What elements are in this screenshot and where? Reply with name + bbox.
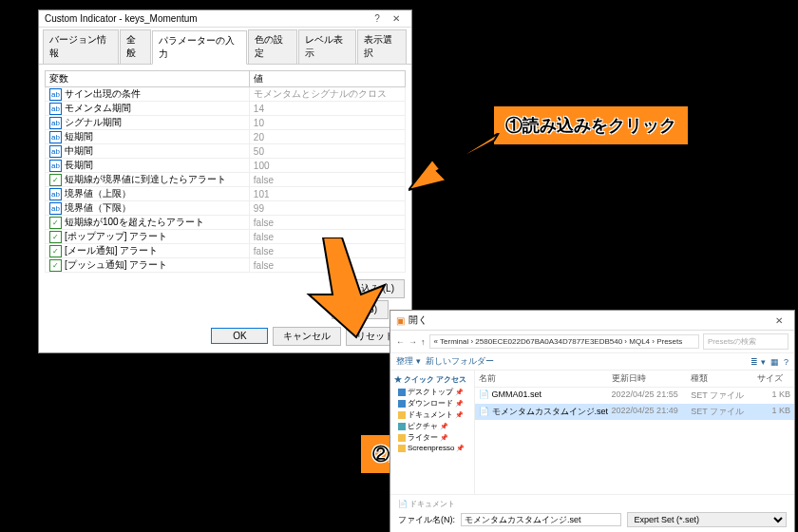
table-row[interactable]: ✓短期線が境界値に到達したらアラートfalse [46, 173, 406, 187]
type-icon: ab [49, 103, 62, 115]
filter-select[interactable]: Expert Set (*.set) [627, 512, 788, 527]
folder-icon: ▣ [396, 315, 405, 326]
nav-fwd-icon[interactable]: → [408, 337, 417, 347]
table-row[interactable]: abシグナル期間10 [46, 116, 406, 130]
filename-label: ファイル名(N): [398, 514, 455, 526]
arrow-down-icon [294, 238, 390, 342]
quick-access-header: ★ クイック アクセス [394, 374, 470, 385]
type-icon: ✓ [49, 259, 62, 272]
tab-general[interactable]: 全般 [120, 29, 151, 64]
col-value: 値 [249, 71, 405, 87]
file-open-dialog: ▣ 開く ✕ ← → ↑ « Terminal › 2580ECE022D67B… [390, 310, 795, 532]
type-icon: ab [49, 188, 62, 200]
sidebar-item[interactable]: ダウンロード 📌 [398, 398, 470, 408]
folder-icon [398, 411, 406, 419]
table-row[interactable]: ab境界値（上限）101 [46, 187, 406, 201]
type-icon: ab [49, 160, 62, 172]
svg-marker-1 [309, 238, 385, 337]
search-input[interactable]: Presetsの検索 [703, 333, 788, 350]
file-row[interactable]: 📄 モメンタムカスタムインジ.set2022/04/25 21:49SET ファ… [475, 404, 794, 420]
new-folder-button[interactable]: 新しいフォルダー [426, 355, 494, 368]
table-row[interactable]: abモメンタム期間14 [46, 102, 406, 116]
tab-parameters[interactable]: パラメーターの入力 [152, 30, 246, 65]
filename-input[interactable] [461, 513, 621, 526]
tab-levels[interactable]: レベル表示 [298, 29, 356, 64]
type-icon: ab [49, 131, 62, 143]
folder-icon [398, 434, 406, 442]
table-row[interactable]: ab境界値（下限）99 [46, 201, 406, 216]
type-icon: ab [49, 117, 62, 129]
folder-icon [398, 389, 406, 396]
folder-label: ドキュメント [409, 500, 455, 508]
help-button[interactable]: ? [368, 13, 387, 24]
type-icon: ✓ [49, 174, 62, 186]
table-row[interactable]: ab短期間20 [46, 130, 406, 144]
table-row[interactable]: ab中期間50 [46, 144, 406, 159]
folder-icon [398, 423, 406, 430]
sidebar-item[interactable]: デスクトップ 📌 [398, 387, 470, 397]
tab-version[interactable]: バージョン情報 [43, 29, 119, 64]
table-row[interactable]: ✓短期線が100を超えたらアラートfalse [46, 216, 406, 230]
type-icon: ab [49, 88, 62, 101]
file-list-header: 名前更新日時種類サイズ [475, 370, 794, 388]
folder-icon [398, 400, 406, 408]
sidebar-item[interactable]: ライター 📌 [398, 432, 470, 443]
type-icon: ab [49, 202, 62, 215]
type-icon: ✓ [49, 245, 62, 257]
col-variable: 変数 [46, 71, 250, 87]
table-row[interactable]: abサイン出現の条件モメンタムとシグナルのクロス [46, 87, 406, 102]
callout-1: ①読み込みをクリック [494, 106, 688, 144]
table-row[interactable]: ab長期間100 [46, 159, 406, 173]
tab-bar: バージョン情報 全般 パラメーターの入力 色の設定 レベル表示 表示選択 [39, 28, 411, 65]
sidebar-item[interactable]: ピクチャ 📌 [398, 421, 470, 431]
organize-menu[interactable]: 整理 ▾ [396, 355, 421, 368]
type-icon: ✓ [49, 231, 62, 243]
file-list: 名前更新日時種類サイズ 📄 GMMA01.set2022/04/25 21:55… [475, 370, 794, 494]
view-options-icon[interactable]: ≣ ▾ ▦ ? [750, 357, 788, 367]
sidebar: ★ クイック アクセス デスクトップ 📌ダウンロード 📌ドキュメント 📌ピクチャ… [390, 370, 475, 494]
titlebar: Custom Indicator - keys_Momentum ? ✕ [39, 10, 411, 28]
close-button[interactable]: ✕ [770, 315, 788, 326]
close-button[interactable]: ✕ [387, 13, 406, 24]
sidebar-item[interactable]: ドキュメント 📌 [398, 409, 470, 420]
tab-colors[interactable]: 色の設定 [248, 29, 297, 64]
svg-marker-0 [408, 133, 499, 190]
tab-display[interactable]: 表示選択 [357, 29, 407, 64]
window-title: 開く [408, 314, 770, 327]
folder-icon [398, 445, 406, 452]
type-icon: ab [49, 145, 62, 158]
arrow-icon [408, 133, 504, 200]
file-row[interactable]: 📄 GMMA01.set2022/04/25 21:55SET ファイル1 KB [475, 388, 794, 404]
breadcrumb[interactable]: « Terminal › 2580ECE022D67BA0A34D7877E3E… [429, 334, 700, 349]
titlebar: ▣ 開く ✕ [390, 311, 794, 331]
type-icon: ✓ [49, 217, 62, 229]
nav-up-icon[interactable]: ↑ [421, 337, 426, 347]
window-title: Custom Indicator - keys_Momentum [45, 13, 368, 24]
ok-button[interactable]: OK [211, 328, 268, 344]
sidebar-item[interactable]: Screenpresso 📌 [398, 444, 470, 452]
nav-back-icon[interactable]: ← [396, 337, 405, 347]
